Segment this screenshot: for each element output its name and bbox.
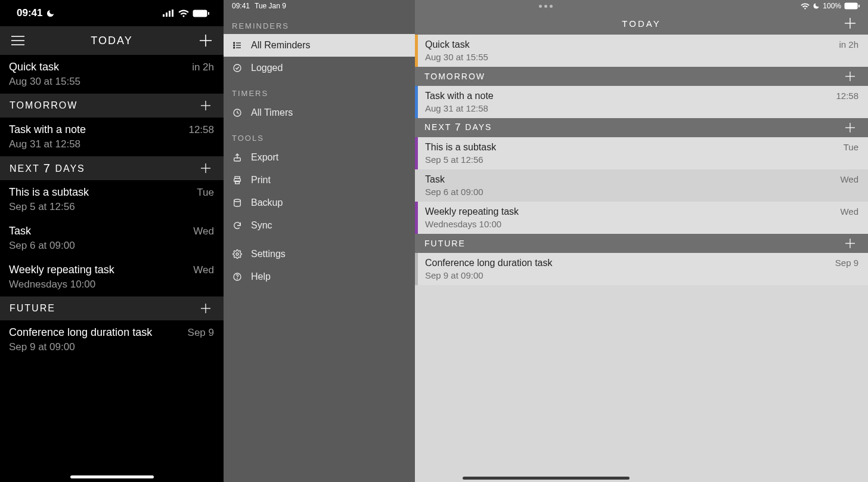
task-row[interactable]: TaskWedSep 6 at 09:00 — [415, 169, 868, 202]
sidebar-item-sync[interactable]: Sync — [224, 214, 415, 237]
task-subtitle: Wednesdays 10:00 — [9, 279, 214, 291]
section-header: TOMORROW — [0, 94, 224, 118]
print-icon — [232, 175, 243, 185]
task-title: Weekly repeating task — [425, 206, 519, 217]
task-row[interactable]: Quick taskin 2hAug 30 at 15:55 — [415, 35, 868, 67]
battery-icon — [193, 10, 209, 17]
svg-rect-3 — [172, 10, 173, 17]
section-header: FUTURE — [0, 296, 224, 320]
task-meta: Wed — [840, 174, 858, 184]
section-header: NEXT 7 DAYS — [0, 156, 224, 180]
svg-point-32 — [236, 253, 238, 255]
task-title: Conference long duration task — [425, 258, 552, 268]
wifi-icon — [178, 10, 189, 17]
svg-point-23 — [234, 47, 235, 48]
sidebar-item-label: Logged — [251, 63, 283, 73]
task-subtitle: Aug 30 at 15:55 — [425, 52, 858, 62]
task-row[interactable]: Conference long duration taskSep 9Sep 9 … — [415, 253, 868, 285]
task-row[interactable]: Task with a note12:58Aug 31 at 12:58 — [0, 118, 224, 156]
task-meta: in 2h — [839, 39, 858, 50]
section-label: NEXT 7 DAYS — [424, 122, 842, 134]
task-subtitle: Sep 9 at 09:00 — [425, 270, 858, 280]
task-title: This is a subtask — [9, 186, 89, 199]
task-title: Quick task — [425, 39, 470, 50]
task-row[interactable]: TaskWedSep 6 at 09:00 — [0, 219, 224, 258]
section-label: TOMORROW — [10, 100, 197, 111]
backup-icon — [232, 198, 243, 208]
sidebar-item-label: Sync — [251, 220, 272, 231]
task-row[interactable]: This is a subtaskTueSep 5 at 12:56 — [0, 180, 224, 219]
svg-point-25 — [234, 64, 241, 72]
task-subtitle: Sep 5 at 12:56 — [9, 201, 214, 213]
help-icon — [232, 272, 243, 282]
gear-icon — [232, 249, 243, 259]
sidebar-item-logged[interactable]: Logged — [224, 57, 415, 79]
check-icon — [232, 63, 243, 73]
section-label: TOMORROW — [424, 72, 842, 81]
page-title: TODAY — [26, 35, 197, 47]
top-bar: TODAY — [415, 0, 868, 35]
task-subtitle: Aug 30 at 15:55 — [9, 76, 214, 88]
page-title: TODAY — [441, 18, 842, 29]
task-title: This is a subtask — [425, 142, 496, 153]
add-task-button[interactable] — [842, 119, 858, 136]
task-list[interactable]: Quick taskin 2hAug 30 at 15:55TOMORROWTa… — [415, 35, 868, 285]
main-pane: TODAY Quick taskin 2hAug 30 at 15:55TOMO… — [415, 0, 868, 482]
task-list[interactable]: Quick taskin 2hAug 30 at 15:55TOMORROWTa… — [0, 55, 224, 482]
sidebar-item-label: All Reminders — [251, 40, 311, 51]
task-title: Quick task — [9, 61, 59, 73]
cellular-signal-icon — [163, 10, 175, 17]
add-task-button[interactable] — [842, 235, 858, 252]
add-task-button[interactable] — [197, 160, 214, 177]
sidebar-item-all-reminders[interactable]: All Reminders — [224, 34, 415, 57]
sync-icon — [232, 221, 243, 230]
task-row[interactable]: Weekly repeating taskWedWednesdays 10:00 — [415, 202, 868, 234]
task-row[interactable]: Quick taskin 2hAug 30 at 15:55 — [0, 55, 224, 94]
task-title: Conference long duration task — [9, 326, 152, 339]
task-row[interactable]: Conference long duration taskSep 9Sep 9 … — [0, 320, 224, 359]
task-row[interactable]: Task with a note12:58Aug 31 at 12:58 — [415, 86, 868, 118]
add-task-button[interactable] — [842, 68, 858, 85]
menu-button[interactable] — [10, 32, 26, 49]
sidebar-item-label: Export — [251, 152, 278, 163]
task-meta: Wed — [840, 206, 858, 217]
task-meta: Tue — [844, 142, 858, 152]
svg-rect-4 — [193, 10, 207, 17]
sidebar-item-settings[interactable]: Settings — [224, 243, 415, 265]
svg-point-34 — [237, 279, 238, 279]
add-task-button[interactable] — [197, 300, 214, 317]
add-task-button[interactable] — [197, 32, 214, 49]
sidebar-item-label: Backup — [251, 197, 283, 208]
task-subtitle: Sep 6 at 09:00 — [425, 187, 858, 197]
sidebar-item-backup[interactable]: Backup — [224, 191, 415, 214]
task-meta: 12:58 — [836, 91, 858, 101]
section-label: FUTURE — [10, 303, 197, 314]
task-row[interactable]: Weekly repeating taskWedWednesdays 10:00 — [0, 258, 224, 296]
task-meta: Sep 9 — [188, 327, 214, 339]
sidebar-item-print[interactable]: Print — [224, 169, 415, 191]
task-title: Task with a note — [425, 91, 494, 101]
task-subtitle: Sep 5 at 12:56 — [425, 155, 858, 165]
sidebar-group-label: TOOLS — [224, 124, 415, 146]
add-task-button[interactable] — [197, 97, 214, 114]
sidebar-item-label: All Timers — [251, 107, 293, 118]
svg-rect-0 — [163, 14, 165, 17]
dnd-moon-icon — [46, 9, 55, 18]
clock-icon — [232, 108, 243, 118]
task-title: Task — [425, 174, 445, 185]
iphone-device: 09:41 TODAY Quick taskin 2hAug 30 at 15:… — [0, 0, 224, 482]
sidebar-item-all-timers[interactable]: All Timers — [224, 101, 415, 124]
task-meta: in 2h — [192, 61, 214, 73]
task-subtitle: Aug 31 at 12:58 — [425, 103, 858, 113]
status-bar: 09:41 — [0, 0, 224, 26]
section-header: TOMORROW — [415, 67, 868, 86]
add-task-button[interactable] — [842, 15, 858, 32]
task-meta: 12:58 — [188, 124, 214, 136]
sidebar-item-export[interactable]: Export — [224, 146, 415, 169]
sidebar-item-label: Help — [251, 271, 271, 282]
task-subtitle: Sep 6 at 09:00 — [9, 240, 214, 252]
task-row[interactable]: This is a subtaskTueSep 5 at 12:56 — [415, 137, 868, 169]
svg-rect-5 — [208, 12, 209, 15]
sidebar-item-help[interactable]: Help — [224, 265, 415, 288]
task-meta: Wed — [193, 225, 214, 237]
